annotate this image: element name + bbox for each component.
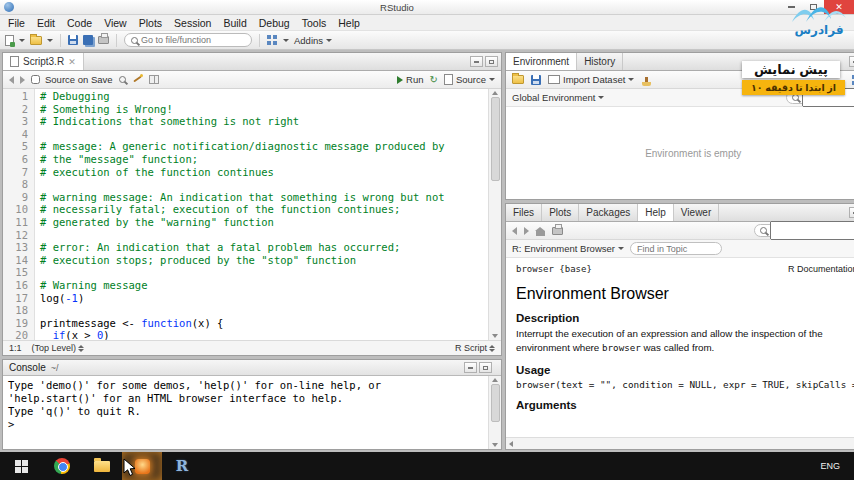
editor-code[interactable]: # Debugging# Something is Wrong!# Indica… [35,89,488,340]
console-minimize-button[interactable] [464,362,477,373]
menu-file[interactable]: File [2,17,31,29]
console-prompt[interactable]: > [8,418,483,431]
code-line[interactable] [40,229,488,242]
new-file-caret-icon[interactable] [19,39,25,42]
code-line[interactable] [40,178,488,191]
tab-plots[interactable]: Plots [542,204,579,221]
help-back-icon[interactable] [512,227,517,235]
print-icon[interactable] [552,227,563,235]
home-icon[interactable] [536,231,545,236]
code-line[interactable]: # execution stops; produced by the "stop… [40,254,488,267]
code-line[interactable]: # message: A generic notification/diagno… [40,140,488,153]
forward-icon[interactable] [20,76,25,84]
code-line[interactable]: # Debugging [40,90,488,103]
scroll-down-icon[interactable] [492,334,498,338]
scroll-down-icon[interactable] [492,443,498,447]
tab-packages[interactable]: Packages [579,204,638,221]
code-area[interactable]: 1234567891011121314151617181920 # Debugg… [3,89,501,340]
code-line[interactable]: printmessage <- function(x) { [40,317,488,330]
clear-objects-icon[interactable] [645,77,648,83]
global-environment-dropdown[interactable]: Global Environment [512,92,604,103]
import-dataset-button[interactable]: Import Dataset [548,74,634,85]
workspace-panes-icon[interactable] [267,35,271,39]
menu-help[interactable]: Help [332,17,366,29]
file-type-selector[interactable]: R Script [455,343,495,353]
code-line[interactable] [40,128,488,141]
code-line[interactable]: if(x > 0) [40,329,488,340]
save-all-icon[interactable] [83,35,93,45]
help-forward-icon[interactable] [524,227,529,235]
code-tools-icon[interactable] [132,74,143,85]
save-workspace-icon[interactable] [531,75,541,85]
tab-help[interactable]: Help [638,204,674,221]
tab-viewer[interactable]: Viewer [674,204,719,221]
scope-selector[interactable]: (Top Level) [32,343,85,353]
tab-environment[interactable]: Environment [506,53,577,70]
compile-report-icon[interactable] [149,75,159,84]
start-button[interactable] [0,452,42,480]
menu-view[interactable]: View [98,17,133,29]
menu-build[interactable]: Build [217,17,252,29]
scroll-left-icon[interactable] [509,441,513,447]
tab-close-icon[interactable]: ✕ [68,57,76,67]
code-line[interactable]: # execution of the function continues [40,166,488,179]
goto-file-search[interactable] [124,33,252,47]
addins-button[interactable]: Addins [294,35,332,46]
menu-edit[interactable]: Edit [31,17,61,29]
find-in-topic-input[interactable] [637,244,715,254]
save-icon[interactable] [68,35,78,45]
tab-files[interactable]: Files [506,204,542,221]
print-icon[interactable] [98,36,109,44]
menu-session[interactable]: Session [168,17,217,29]
code-line[interactable]: # Something is Wrong! [40,103,488,116]
console-maximize-button[interactable] [479,362,492,373]
code-line[interactable]: # error: An indication that a fatal prob… [40,241,488,254]
editor-maximize-button[interactable] [485,56,498,67]
language-indicator[interactable]: ENG [820,461,840,471]
code-line[interactable] [40,266,488,279]
help-topic-dropdown[interactable]: R: Environment Browser [512,243,624,254]
panes-caret-icon[interactable] [283,39,289,42]
taskbar-explorer-button[interactable] [82,452,122,480]
code-line[interactable]: # generated by the "warning" function [40,216,488,229]
code-line[interactable]: # Warning message [40,279,488,292]
find-in-topic-box[interactable] [630,242,722,255]
scroll-up-icon[interactable] [492,378,498,382]
title-bar[interactable]: RStudio ✕ [0,0,854,15]
goto-file-input[interactable] [141,35,245,45]
rerun-icon[interactable]: ↻ [430,75,438,85]
help-hscrollbar[interactable] [506,437,854,449]
editor-tab-script3[interactable]: Script3.R ✕ [3,53,84,70]
code-line[interactable]: # the "message" function; [40,153,488,166]
source-on-save-toggle[interactable]: Source on Save [31,74,113,85]
scroll-thumb[interactable] [491,384,500,422]
menu-code[interactable]: Code [61,17,98,29]
help-search[interactable] [754,224,854,237]
tab-history[interactable]: History [577,53,623,70]
help-search-input[interactable] [770,221,854,240]
console-header[interactable]: Console ~/ [3,360,501,376]
code-line[interactable]: # warning message: An indication that so… [40,191,488,204]
scroll-thumb[interactable] [491,97,500,181]
open-file-icon[interactable] [30,36,42,45]
editor-minimize-button[interactable] [470,56,483,67]
source-on-save-checkbox[interactable] [31,75,40,84]
taskbar-r-button[interactable]: R [162,452,202,480]
run-button[interactable]: Run [397,74,423,85]
find-replace-icon[interactable] [119,76,126,83]
console-vscrollbar[interactable] [488,376,501,449]
menu-tools[interactable]: Tools [296,17,333,29]
source-button[interactable]: Source [444,74,495,85]
taskbar-chrome-button[interactable] [42,452,82,480]
open-recent-caret-icon[interactable] [47,39,53,42]
code-line[interactable]: log(-1) [40,292,488,305]
help-minimize-button[interactable] [849,207,854,218]
code-line[interactable]: # Indications that something is not righ… [40,115,488,128]
code-line[interactable] [40,304,488,317]
menu-plots[interactable]: Plots [133,17,168,29]
code-line[interactable]: # necessarily fatal; execution of the fu… [40,203,488,216]
environment-minimize-button[interactable] [849,56,854,67]
load-workspace-icon[interactable] [512,75,524,84]
console-text[interactable]: Type 'demo()' for some demos, 'help()' f… [3,376,488,449]
back-icon[interactable] [9,76,14,84]
